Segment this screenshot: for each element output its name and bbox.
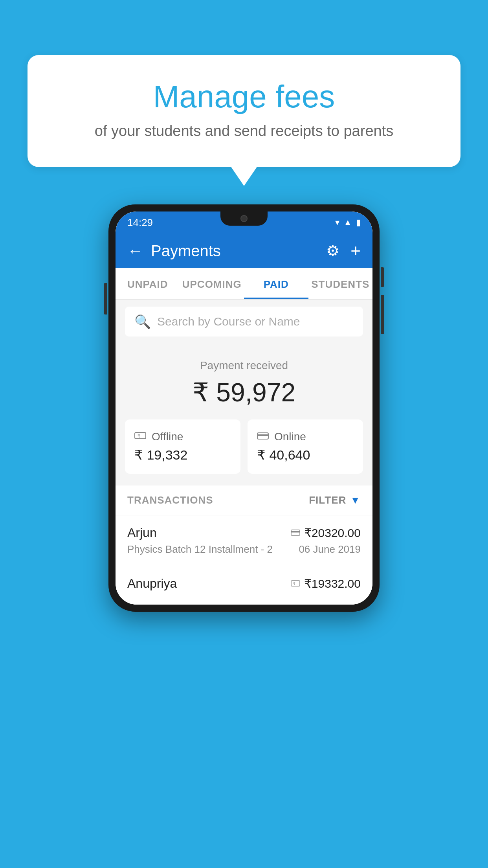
search-placeholder: Search by Course or Name [157, 315, 300, 328]
payment-total-amount: ₹ 59,972 [125, 377, 363, 408]
speech-bubble-container: Manage fees of your students and send re… [28, 55, 460, 167]
offline-card-header: ₹ Offline [134, 430, 183, 443]
transaction-course: Physics Batch 12 Installment - 2 [127, 543, 273, 555]
app-bar: ← Payments ⚙ + [116, 234, 372, 268]
status-bar: 14:29 ▾ ▲ ▮ [116, 211, 372, 234]
offline-amount: ₹ 19,332 [134, 447, 187, 463]
battery-icon: ▮ [356, 217, 361, 228]
tab-upcoming[interactable]: UPCOMING [180, 268, 244, 299]
bubble-title: Manage fees [59, 79, 429, 115]
transaction-amount-wrap: ₹20320.00 [291, 526, 361, 540]
online-icon [257, 430, 269, 443]
transaction-amount: ₹19332.00 [304, 577, 361, 590]
transaction-name: Arjun [127, 526, 157, 540]
svg-rect-3 [257, 434, 268, 436]
transactions-label: TRANSACTIONS [127, 494, 213, 506]
transaction-bottom: Physics Batch 12 Installment - 2 06 June… [127, 543, 361, 555]
phone-mockup: 14:29 ▾ ▲ ▮ ← Payments ⚙ + [108, 204, 380, 612]
bubble-subtitle: of your students and send receipts to pa… [59, 123, 429, 140]
add-button[interactable]: + [350, 241, 361, 261]
filter-icon: ▼ [350, 494, 361, 506]
search-section: 🔍 Search by Course or Name [116, 300, 372, 344]
transaction-top: Arjun ₹20320.00 [127, 526, 361, 540]
wifi-icon: ▾ [335, 217, 339, 228]
tab-students[interactable]: STUDENTS [308, 268, 373, 299]
settings-icon[interactable]: ⚙ [326, 242, 339, 259]
online-amount: ₹ 40,640 [257, 447, 310, 463]
payment-received-label: Payment received [125, 359, 363, 372]
payment-received-section: Payment received ₹ 59,972 [116, 344, 372, 419]
svg-text:₹: ₹ [293, 582, 295, 586]
filter-button[interactable]: FILTER ▼ [309, 494, 361, 506]
svg-rect-5 [291, 531, 300, 533]
signal-icon: ▲ [343, 217, 352, 228]
transaction-amount-wrap: ₹ ₹19332.00 [291, 577, 361, 590]
payment-type-icon: ₹ [291, 577, 300, 590]
status-time: 14:29 [127, 217, 153, 229]
search-icon: 🔍 [134, 314, 151, 329]
transaction-top: Anupriya ₹ ₹19332.00 [127, 576, 361, 591]
tab-unpaid[interactable]: UNPAID [116, 268, 180, 299]
notch [220, 211, 268, 226]
svg-rect-4 [291, 530, 300, 535]
offline-icon: ₹ [134, 430, 146, 443]
page-title: Payments [151, 242, 326, 260]
status-icons: ▾ ▲ ▮ [335, 217, 361, 228]
back-button[interactable]: ← [127, 242, 143, 260]
app-bar-actions: ⚙ + [326, 241, 361, 261]
transactions-header: TRANSACTIONS FILTER ▼ [116, 485, 372, 515]
offline-label: Offline [152, 430, 183, 443]
transaction-name: Anupriya [127, 576, 177, 591]
offline-card: ₹ Offline ₹ 19,332 [125, 419, 240, 474]
payment-cards: ₹ Offline ₹ 19,332 [116, 419, 372, 485]
tab-paid[interactable]: PAID [244, 268, 308, 299]
filter-label: FILTER [309, 494, 346, 506]
svg-text:₹: ₹ [138, 434, 140, 438]
online-label: Online [274, 430, 306, 443]
speech-bubble: Manage fees of your students and send re… [28, 55, 460, 167]
online-card: Online ₹ 40,640 [248, 419, 363, 474]
power-button [381, 267, 384, 287]
transaction-date: 06 June 2019 [299, 543, 361, 555]
transaction-row[interactable]: Arjun ₹20320.00 Physics [116, 515, 372, 566]
volume-button [104, 283, 107, 314]
online-card-header: Online [257, 430, 306, 443]
camera [240, 215, 248, 222]
transaction-amount: ₹20320.00 [304, 526, 361, 540]
tabs-bar: UNPAID UPCOMING PAID STUDENTS [116, 268, 372, 300]
transaction-row[interactable]: Anupriya ₹ ₹19332.00 [116, 566, 372, 605]
search-bar[interactable]: 🔍 Search by Course or Name [125, 307, 363, 337]
volume-button-right [381, 295, 384, 334]
svg-rect-0 [135, 432, 146, 439]
svg-rect-6 [291, 581, 300, 586]
payment-type-icon [291, 527, 300, 539]
